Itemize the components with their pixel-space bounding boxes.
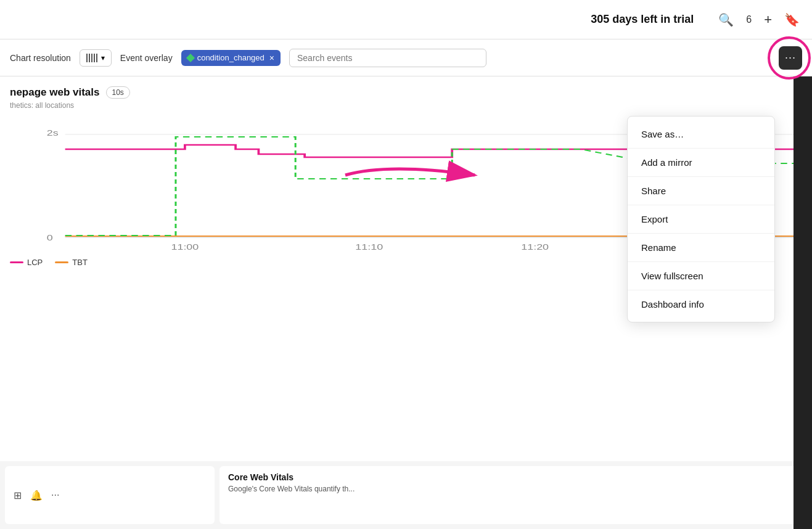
chevron-down-icon: ▾ <box>101 54 105 62</box>
dropdown-item-rename[interactable]: Rename <box>628 234 774 262</box>
add-panel-icon[interactable]: ⊞ <box>14 490 22 501</box>
resolution-icon <box>86 54 97 62</box>
dropdown-item-dashboard-info[interactable]: Dashboard info <box>628 290 774 318</box>
chart-resolution-button[interactable]: ▾ <box>80 49 112 67</box>
toolbar: Chart resolution ▾ Event overlay conditi… <box>0 39 812 76</box>
trial-text: 305 days left in trial <box>591 13 694 26</box>
lcp-label: LCP <box>27 258 43 267</box>
diamond-icon <box>186 53 195 62</box>
chart-subtitle: thetics: all locations <box>10 101 802 110</box>
dropdown-item-view-fullscreen[interactable]: View fullscreen <box>628 262 774 290</box>
bottom-panel-right: Core Web Vitals Google's Core Web Vitals… <box>219 466 807 524</box>
top-bar: 305 days left in trial 🔍 6 + 🔖 <box>0 0 812 39</box>
event-overlay-label: Event overlay <box>120 53 173 63</box>
chart-resolution-label: Chart resolution <box>10 53 71 63</box>
dropdown-item-add-mirror[interactable]: Add a mirror <box>628 149 774 177</box>
svg-text:0: 0 <box>47 234 53 242</box>
chart-title: nepage web vitals <box>10 86 100 99</box>
main-content: nepage web vitals 10s thetics: all locat… <box>0 76 812 529</box>
search-events-input[interactable] <box>289 49 486 67</box>
tab-count: 6 <box>746 14 752 25</box>
bell-icon[interactable]: 🔔 <box>30 490 43 501</box>
lcp-line-icon <box>10 261 23 263</box>
tbt-line-icon <box>55 261 68 263</box>
search-icon[interactable]: 🔍 <box>718 12 734 27</box>
add-tab-icon[interactable]: + <box>764 12 772 28</box>
interval-badge: 10s <box>106 86 130 99</box>
event-tag-close-icon[interactable]: × <box>269 53 274 63</box>
bottom-panel-title: Core Web Vitals <box>228 472 798 482</box>
bottom-panel-left: ⊞ 🔔 ··· <box>5 466 215 524</box>
dropdown-item-share[interactable]: Share <box>628 177 774 205</box>
svg-text:11:10: 11:10 <box>355 243 383 251</box>
bookmark-icon[interactable]: 🔖 <box>784 12 800 27</box>
legend-lcp: LCP <box>10 258 43 267</box>
svg-text:11:20: 11:20 <box>521 243 549 251</box>
event-tag: condition_changed × <box>181 50 281 66</box>
bottom-more-icon[interactable]: ··· <box>51 490 59 501</box>
legend-tbt: TBT <box>55 258 88 267</box>
dropdown-item-export[interactable]: Export <box>628 205 774 234</box>
dropdown-menu: Save as… Add a mirror Share Export Renam… <box>627 116 775 322</box>
right-sidebar <box>794 76 812 529</box>
bottom-row: ⊞ 🔔 ··· Core Web Vitals Google's Core We… <box>0 461 812 529</box>
tbt-label: TBT <box>72 258 88 267</box>
event-tag-name: condition_changed <box>197 53 265 62</box>
svg-text:2s: 2s <box>47 129 59 137</box>
chart-title-row: nepage web vitals 10s <box>10 86 802 99</box>
more-options-button[interactable]: ··· <box>779 46 802 70</box>
dropdown-item-save-as[interactable]: Save as… <box>628 120 774 149</box>
svg-text:11:00: 11:00 <box>171 243 199 251</box>
bottom-panel-desc: Google's Core Web Vitals quantify th... <box>228 485 798 493</box>
